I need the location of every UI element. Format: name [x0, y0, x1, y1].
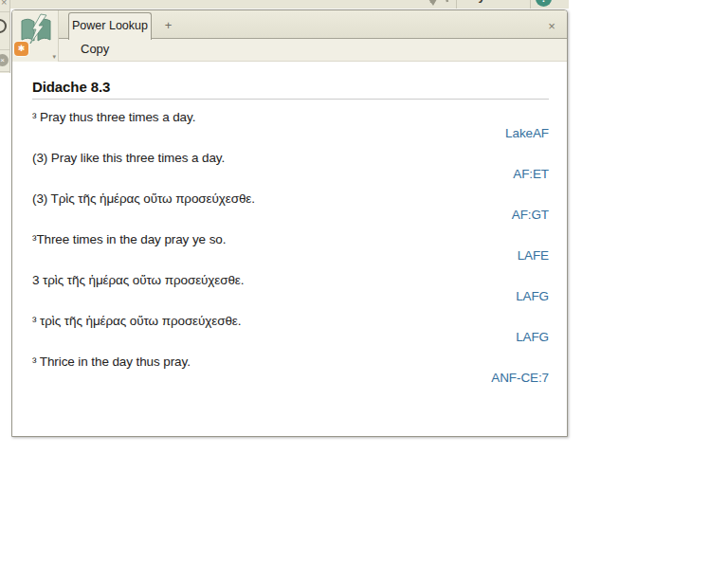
toolbar-separator — [456, 0, 457, 9]
remove-icon[interactable]: × — [0, 54, 9, 66]
entry-list: ³ Pray thus three times a day. LakeAF (3… — [32, 109, 549, 387]
verse-text: ³ Pray thus three times a day. — [32, 109, 549, 125]
reference-heading: Didache 8.3 — [32, 79, 549, 96]
list-item: ³Three times in the day pray ye so. LAFE — [32, 231, 549, 264]
list-item: 3 τρὶς τῆς ἡμέρας οὕτω προσεύχεσθε. LAFG — [32, 272, 549, 305]
circle-icon[interactable] — [0, 19, 7, 33]
lookup-results: Didache 8.3 ³ Pray thus three times a da… — [12, 63, 567, 436]
background-panel-edge: × × — [0, 0, 10, 73]
toolbar-separator — [530, 0, 531, 9]
list-item: ³ Pray thus three times a day. LakeAF — [32, 109, 549, 142]
new-tab-button[interactable]: + — [152, 12, 185, 39]
tab-power-lookup[interactable]: Power Lookup — [68, 12, 152, 40]
panel-toolbar: Copy — [59, 39, 567, 62]
new-badge-icon: ✱ — [14, 42, 28, 56]
chevron-down-icon[interactable]: ▾ — [52, 53, 56, 61]
verse-text: (3) Τρὶς τῆς ἡμέρας οὕτω προσεύχεσθε. — [32, 191, 549, 207]
heading-rule — [32, 99, 549, 100]
undo-icon[interactable] — [428, 0, 452, 9]
panel-icon-cell[interactable]: ✱ ▾ — [12, 10, 59, 62]
verse-text: (3) Pray like this three times a day. — [32, 150, 549, 166]
list-item: ³ τρὶς τῆς ἡμέρας οὕτω προσεύχεσθε. LAFG — [32, 313, 549, 346]
verse-text: ³ Thrice in the day thus pray. — [32, 354, 549, 370]
source-link[interactable]: LAFG — [32, 288, 549, 305]
copy-button[interactable]: Copy — [81, 42, 109, 56]
source-link[interactable]: LakeAF — [32, 125, 549, 142]
close-panel-button[interactable]: × — [544, 19, 559, 34]
screen: Layouts ? × × + Power Lookup × — [0, 0, 728, 582]
source-link[interactable]: LAFE — [32, 247, 549, 264]
source-link[interactable]: ANF-CE:7 — [32, 370, 549, 387]
source-link[interactable]: AF:ET — [32, 166, 549, 183]
power-lookup-panel: + Power Lookup × ✱ ▾ Copy Didache 8.3 — [11, 9, 568, 437]
list-item: ³ Thrice in the day thus pray. ANF-CE:7 — [32, 354, 549, 387]
list-item: (3) Pray like this three times a day. AF… — [32, 150, 549, 183]
divider — [0, 49, 10, 50]
close-icon[interactable]: × — [1, 0, 7, 8]
help-icon[interactable]: ? — [536, 0, 552, 7]
source-link[interactable]: LAFG — [32, 329, 549, 346]
list-item: (3) Τρὶς τῆς ἡμέρας οὕτω προσεύχεσθε. AF… — [32, 191, 549, 224]
divider — [0, 11, 10, 12]
verse-text: ³Three times in the day pray ye so. — [32, 231, 549, 247]
verse-text: 3 τρὶς τῆς ἡμέρας οὕτω προσεύχεσθε. — [32, 272, 549, 288]
verse-text: ³ τρὶς τῆς ἡμέρας οὕτω προσεύχεσθε. — [32, 313, 549, 329]
layouts-button[interactable]: Layouts — [464, 0, 530, 8]
divider — [0, 71, 10, 72]
app-top-toolbar: Layouts ? — [10, 0, 569, 9]
source-link[interactable]: AF:GT — [32, 207, 549, 224]
tab-bar: + Power Lookup × — [12, 10, 567, 39]
